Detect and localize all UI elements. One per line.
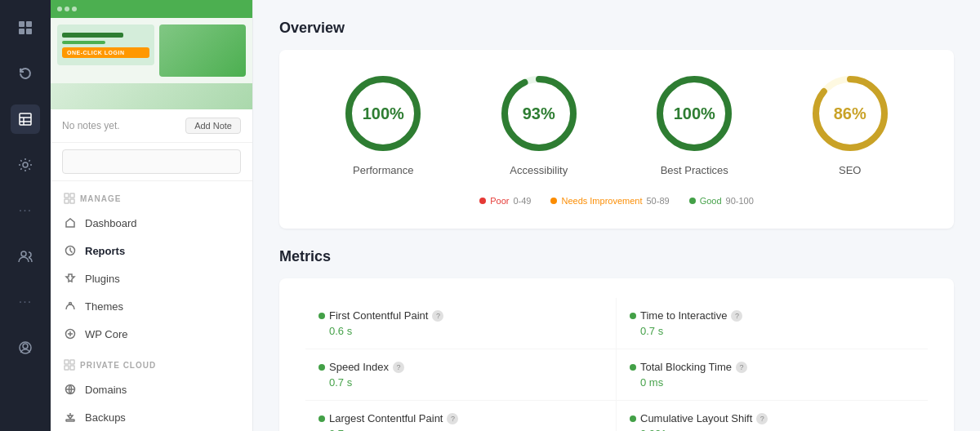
refresh-icon[interactable] bbox=[11, 59, 40, 88]
sidebar-item-reports[interactable]: Reports bbox=[51, 237, 252, 264]
svg-rect-1 bbox=[26, 21, 32, 27]
fcp-value: 0.6 s bbox=[318, 325, 603, 337]
table-icon[interactable] bbox=[11, 104, 40, 134]
best-practices-label: Best Practices bbox=[661, 164, 728, 176]
lcp-help[interactable]: ? bbox=[447, 413, 458, 424]
svg-rect-24 bbox=[66, 420, 74, 421]
fcp-dot bbox=[318, 313, 325, 319]
scores-row: 100% Performance 93% Accessibility bbox=[305, 73, 928, 176]
dots-icon[interactable]: ··· bbox=[11, 196, 40, 225]
sidebar-item-backups[interactable]: Backups bbox=[51, 403, 252, 431]
settings-icon[interactable] bbox=[11, 150, 40, 180]
cls-help[interactable]: ? bbox=[756, 413, 768, 424]
sidebar-item-themes[interactable]: Themes bbox=[51, 292, 252, 320]
legend-good-label: Good bbox=[700, 196, 722, 206]
svg-rect-2 bbox=[19, 29, 24, 34]
accessibility-value: 93% bbox=[523, 104, 555, 123]
legend-row: Poor 0-49 Needs Improvement 50-89 Good 9… bbox=[305, 196, 928, 206]
tbt-dot bbox=[630, 364, 636, 371]
tti-dot bbox=[630, 313, 636, 319]
svg-rect-15 bbox=[70, 199, 74, 203]
performance-label: Performance bbox=[353, 164, 413, 176]
svg-rect-21 bbox=[65, 366, 69, 370]
good-dot bbox=[689, 198, 696, 204]
backups-icon bbox=[64, 411, 77, 424]
svg-point-8 bbox=[23, 162, 28, 167]
dots2-icon[interactable]: ··· bbox=[11, 287, 40, 317]
home-icon bbox=[64, 216, 77, 229]
account-icon[interactable] bbox=[11, 333, 40, 362]
plugins-icon bbox=[64, 272, 77, 285]
cls-label: Cumulative Layout Shift bbox=[640, 412, 752, 424]
tbt-help[interactable]: ? bbox=[736, 362, 747, 373]
svg-rect-19 bbox=[65, 360, 69, 364]
legend-poor-label: Poor bbox=[490, 196, 509, 206]
reports-icon bbox=[64, 244, 77, 257]
needs-dot bbox=[550, 198, 557, 204]
score-performance: 100% Performance bbox=[342, 73, 424, 176]
domains-icon bbox=[64, 383, 77, 396]
svg-rect-22 bbox=[70, 366, 74, 370]
fcp-label: First Contentful Paint bbox=[329, 309, 428, 322]
score-best-practices: 100% Best Practices bbox=[653, 73, 735, 176]
fcp-help[interactable]: ? bbox=[432, 310, 443, 322]
legend-good: Good 90-100 bbox=[689, 196, 754, 206]
svg-point-9 bbox=[21, 251, 26, 256]
svg-point-11 bbox=[23, 344, 28, 349]
seo-label: SEO bbox=[839, 164, 861, 176]
svg-rect-3 bbox=[26, 29, 32, 34]
performance-circle: 100% bbox=[342, 73, 424, 154]
si-label: Speed Index bbox=[329, 361, 389, 373]
svg-rect-14 bbox=[65, 199, 69, 203]
tti-label: Time to Interactive bbox=[640, 309, 727, 322]
svg-rect-0 bbox=[19, 21, 24, 27]
svg-rect-20 bbox=[70, 360, 74, 364]
lcp-label: Largest Contentful Paint bbox=[329, 412, 443, 424]
metric-si: Speed Index ? 0.7 s bbox=[305, 349, 617, 401]
metrics-title: Metrics bbox=[279, 248, 954, 265]
themes-icon bbox=[64, 300, 77, 313]
tti-help[interactable]: ? bbox=[731, 310, 742, 322]
search-input[interactable] bbox=[62, 149, 241, 174]
si-value: 0.7 s bbox=[318, 376, 603, 389]
grid-icon[interactable] bbox=[11, 13, 40, 42]
notes-bar: No notes yet. Add Note bbox=[51, 109, 252, 143]
overview-card: 100% Performance 93% Accessibility bbox=[279, 50, 954, 229]
sidebar-item-plugins[interactable]: Plugins bbox=[51, 264, 252, 292]
sidebar-item-dashboard[interactable]: Dashboard bbox=[51, 209, 252, 237]
manage-section-label: MANAGE bbox=[51, 181, 252, 209]
best-practices-circle: 100% bbox=[653, 73, 735, 154]
overview-title: Overview bbox=[279, 20, 954, 37]
notes-placeholder: No notes yet. bbox=[62, 120, 120, 131]
sidebar-search-container bbox=[51, 143, 252, 181]
metrics-card: First Contentful Paint ? 0.6 s Time to I… bbox=[279, 278, 954, 431]
metrics-grid: First Contentful Paint ? 0.6 s Time to I… bbox=[305, 298, 928, 431]
preview-login-btn: ONE-CLICK LOGIN bbox=[62, 47, 149, 58]
metric-cls: Cumulative Layout Shift ? 0.021 bbox=[617, 401, 928, 431]
metric-tbt: Total Blocking Time ? 0 ms bbox=[617, 349, 928, 401]
metric-lcp: Largest Contentful Paint ? 0.7 s bbox=[305, 401, 617, 431]
poor-dot bbox=[479, 198, 486, 204]
lcp-dot bbox=[318, 415, 325, 422]
site-preview: ONE-CLICK LOGIN ONE-CLICK LOGIN bbox=[51, 0, 252, 109]
legend-good-range: 90-100 bbox=[726, 196, 754, 206]
tti-value: 0.7 s bbox=[630, 325, 915, 337]
score-accessibility: 93% Accessibility bbox=[498, 73, 580, 176]
lcp-value: 0.7 s bbox=[318, 428, 603, 431]
tbt-value: 0 ms bbox=[630, 376, 915, 389]
svg-point-17 bbox=[69, 303, 72, 305]
metric-tti: Time to Interactive ? 0.7 s bbox=[617, 298, 928, 349]
best-practices-value: 100% bbox=[674, 104, 715, 123]
sidebar-item-domains[interactable]: Domains bbox=[51, 375, 252, 403]
users-icon[interactable] bbox=[11, 242, 40, 271]
seo-circle: 86% bbox=[809, 73, 891, 154]
seo-value: 86% bbox=[834, 104, 866, 123]
sidebar: ONE-CLICK LOGIN ONE-CLICK LOGIN No notes… bbox=[51, 0, 253, 431]
legend-needs-label: Needs Improvement bbox=[561, 196, 642, 206]
add-note-button[interactable]: Add Note bbox=[185, 118, 241, 134]
si-help[interactable]: ? bbox=[393, 362, 404, 373]
svg-rect-4 bbox=[20, 113, 31, 125]
performance-value: 100% bbox=[363, 104, 404, 123]
sidebar-item-wp-core[interactable]: WP Core bbox=[51, 320, 252, 348]
legend-needs-improvement: Needs Improvement 50-89 bbox=[550, 196, 669, 206]
